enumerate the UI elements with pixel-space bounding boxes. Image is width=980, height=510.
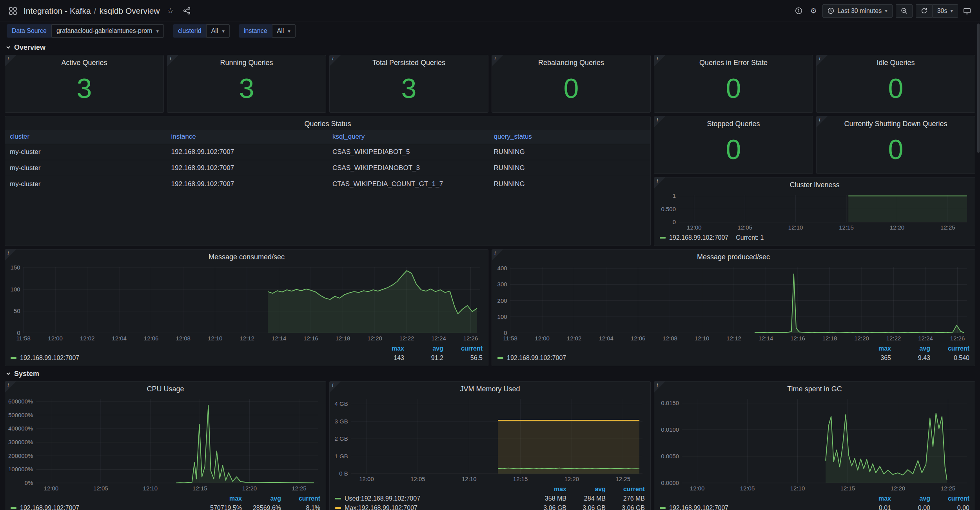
apps-grid-icon[interactable] (7, 4, 19, 18)
cluster-liveness-chart[interactable]: 12:0012:0512:1012:1512:2012:2500.5001 (657, 191, 972, 232)
vertical-scrollbar[interactable] (977, 24, 980, 153)
chart-message-consumed[interactable]: 11:5812:0012:0212:0412:0612:0812:1012:12… (8, 263, 485, 343)
legend-stat-value: 56.5 (443, 354, 483, 362)
legend-stat-header[interactable]: current (930, 345, 969, 352)
panel-title[interactable]: Idle Queries (817, 55, 975, 69)
section-system-toggle[interactable]: System (0, 366, 980, 381)
legend-stat-header[interactable]: avg (891, 345, 930, 352)
legend-stat-header[interactable]: current (606, 486, 645, 493)
chart-time-spent-in-gc[interactable]: 12:0012:0512:1012:1512:2012:250.00000.00… (657, 395, 972, 493)
legend-stat-header[interactable]: avg (242, 495, 281, 502)
panel-rebalancing-queries: i Rebalancing Queries 0 (492, 55, 651, 113)
panel-info-icon[interactable]: i (654, 382, 665, 392)
panel-title[interactable]: Queries in Error State (654, 55, 813, 69)
table-column-header[interactable]: cluster (5, 130, 167, 144)
table-column-header[interactable]: instance (167, 130, 328, 144)
legend-stat-header[interactable]: max (527, 486, 566, 493)
chart-cpu-usage[interactable]: 12:0012:0512:1012:1512:2012:250%100000%2… (8, 395, 323, 493)
variable-label: Data Source (7, 24, 51, 38)
panel-title[interactable]: Currently Shutting Down Queries (817, 116, 975, 130)
time-range-picker[interactable]: Last 30 minutes ▾ (822, 4, 892, 18)
panel-info-icon[interactable]: i (654, 55, 665, 66)
svg-text:150: 150 (11, 264, 20, 271)
legend-series[interactable]: 192.168.99.102:7007 (660, 505, 852, 510)
section-overview-toggle[interactable]: Overview (0, 40, 980, 55)
star-icon[interactable]: ☆ (165, 4, 176, 18)
svg-text:0.0100: 0.0100 (661, 426, 679, 433)
settings-gear-icon[interactable]: ⚙ (808, 4, 819, 18)
panel-info-icon[interactable]: i (492, 250, 503, 260)
legend-series[interactable]: Max:192.168.99.102:7007 (335, 505, 527, 510)
chart-cluster-liveness[interactable]: 12:0012:0512:1012:1512:2012:2500.5001 (657, 191, 972, 232)
legend-stat-header[interactable]: avg (891, 495, 930, 502)
share-icon[interactable] (181, 4, 193, 18)
breadcrumb-folder[interactable]: Integration - Kafka (24, 6, 91, 16)
legend-row: 192.168.99.102:70073659.430.540 (497, 353, 969, 363)
table-column-header[interactable]: query_status (489, 130, 651, 144)
panel-title[interactable]: Queries Status (5, 116, 650, 130)
panel-info-icon[interactable]: i (5, 250, 16, 260)
legend-stat-header[interactable]: avg (404, 345, 443, 352)
refresh-interval-select[interactable]: 30s ▾ (933, 4, 958, 18)
panel-info-icon[interactable]: i (330, 382, 341, 392)
legend-series[interactable]: 192.168.99.102:7007Current: 1 (660, 234, 969, 241)
panel-title[interactable]: CPU Usage (5, 382, 326, 395)
table-column-header[interactable]: ksql_query (328, 130, 489, 144)
dashboard-info-icon[interactable] (793, 4, 804, 18)
legend-series[interactable]: 192.168.99.102:7007 (497, 354, 852, 362)
legend-series[interactable]: 192.168.99.102:7007 (11, 505, 203, 510)
legend-stat-header[interactable]: max (203, 495, 242, 502)
svg-text:300000%: 300000% (8, 439, 33, 445)
legend-stat-header[interactable]: avg (566, 486, 606, 493)
legend-stat-header[interactable]: current (930, 495, 969, 502)
message-produced-chart[interactable]: 11:5812:0012:0212:0412:0612:0812:1012:12… (495, 263, 972, 343)
panel-info-icon[interactable]: i (817, 55, 828, 66)
legend-stat-header[interactable]: max (365, 345, 404, 352)
legend-series[interactable]: 192.168.99.102:7007 (11, 354, 365, 362)
panel-title[interactable]: JVM Memory Used (330, 382, 650, 395)
legend-stat-header[interactable]: max (852, 345, 891, 352)
datasource-select[interactable]: grafanacloud-gabrielantunes-prom ▾ (51, 24, 164, 38)
legend-stat-header[interactable]: current (443, 345, 483, 352)
table-cell: my-cluster (5, 144, 167, 160)
panel-info-icon[interactable]: i (817, 116, 828, 127)
legend-stat-header[interactable]: current (281, 495, 320, 502)
tv-kiosk-icon[interactable] (961, 4, 973, 18)
panel-title[interactable]: Message produced/sec (492, 250, 975, 263)
panel-info-icon[interactable]: i (654, 177, 665, 188)
panel-title[interactable]: Running Queries (167, 55, 326, 69)
panel-title[interactable]: Rebalancing Queries (492, 55, 650, 69)
panel-info-icon[interactable]: i (330, 55, 341, 66)
panel-info-icon[interactable]: i (5, 382, 16, 392)
panel-info-icon[interactable]: i (492, 55, 503, 66)
panel-info-icon[interactable]: i (5, 55, 16, 66)
instance-select[interactable]: All ▾ (272, 24, 296, 38)
panel-title[interactable]: Total Persisted Queries (330, 55, 488, 69)
panel-info-icon[interactable]: i (167, 55, 178, 66)
panel-title[interactable]: Message consumed/sec (5, 250, 488, 263)
zoom-out-button[interactable] (896, 4, 913, 18)
chart-message-produced[interactable]: 11:5812:0012:0212:0412:0612:0812:1012:12… (495, 263, 972, 343)
svg-text:0: 0 (673, 219, 676, 225)
cpu-usage-chart[interactable]: 12:0012:0512:1012:1512:2012:250%100000%2… (8, 395, 323, 493)
jvm-memory-chart[interactable]: 12:0012:0512:1012:1512:2012:250 B1 GB2 G… (333, 395, 647, 484)
panel-info-icon[interactable]: i (654, 116, 665, 127)
section-title: Overview (14, 43, 45, 52)
svg-text:12:12: 12:12 (240, 335, 254, 342)
panel-title[interactable]: Stopped Queries (654, 116, 813, 130)
panel-title[interactable]: Cluster liveness (654, 177, 975, 191)
table-cell: my-cluster (5, 176, 167, 192)
panel-title[interactable]: Active Queries (5, 55, 163, 69)
panel-title[interactable]: Time spent in GC (654, 382, 975, 395)
gc-time-chart[interactable]: 12:0012:0512:1012:1512:2012:250.00000.00… (657, 395, 972, 493)
clusterid-select[interactable]: All ▾ (206, 24, 230, 38)
chevron-down-icon (5, 371, 11, 376)
message-consumed-chart[interactable]: 11:5812:0012:0212:0412:0612:0812:1012:12… (8, 263, 485, 343)
refresh-button[interactable] (916, 4, 933, 18)
legend-stat-value: 8.1% (281, 505, 320, 510)
legend-stat-header[interactable]: max (852, 495, 891, 502)
variable-instance: instance All ▾ (239, 24, 296, 38)
legend-series[interactable]: Used:192.168.99.102:7007 (335, 495, 527, 502)
table-cell: CTAS_WIKIPEDIA_COUNT_GT_1_7 (328, 176, 489, 192)
chart-jvm-memory-used[interactable]: 12:0012:0512:1012:1512:2012:250 B1 GB2 G… (333, 395, 647, 484)
